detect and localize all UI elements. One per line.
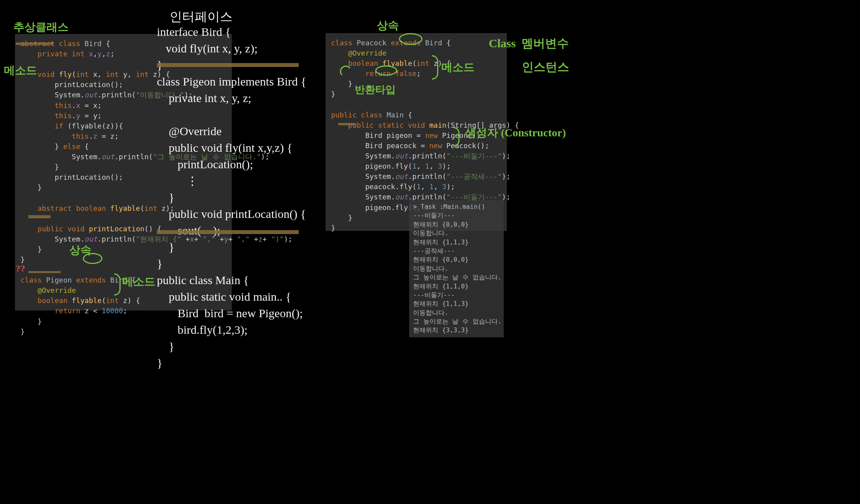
output-panel[interactable]: > Task :Main.main() ---비둘기--- 현재위치 {0,0,… xyxy=(409,200,504,337)
underline-hand-1 xyxy=(157,63,299,67)
underline-hand-2 xyxy=(157,230,299,234)
underline-public xyxy=(28,215,50,218)
handwriting-interface-code: interface Bird { void fly(int x, y, z); … xyxy=(157,24,306,371)
annot-method-left2: 메소드 xyxy=(122,274,155,289)
annot-method-right: 메소드 xyxy=(441,60,475,75)
circle-bird-right xyxy=(399,33,423,45)
brace-method-right xyxy=(432,55,438,80)
brace-method-left xyxy=(114,273,121,296)
annot-instance: 인스턴스 xyxy=(522,59,569,75)
circle-bird-left xyxy=(83,253,102,264)
underline-abstract xyxy=(16,43,54,45)
annot-constructor: 생성자 (Constructor) xyxy=(465,125,566,140)
handwriting-interface-title: 인터페이스 xyxy=(169,8,233,26)
annot-method-left: 메소드 xyxy=(4,63,37,78)
annot-return-type: 반환타입 xyxy=(355,83,396,97)
annot-inherit-right: 상속 xyxy=(377,18,399,33)
underline-public-right xyxy=(338,123,356,125)
annot-qmark: ?? xyxy=(16,263,25,274)
annot-abstract-class: 추상클래스 xyxy=(13,20,69,35)
annot-class-member: Class 멤버변수 xyxy=(489,35,569,52)
underline-override xyxy=(28,271,61,273)
circle-false xyxy=(375,65,397,76)
